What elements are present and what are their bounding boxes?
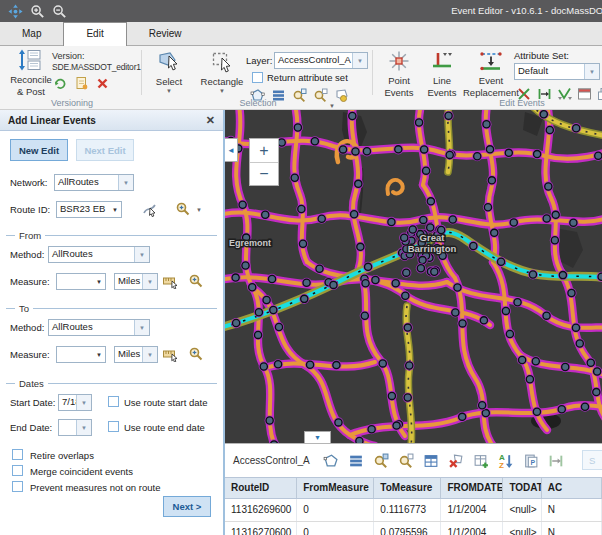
collapse-panel-button[interactable]: ◄ [225,138,238,162]
network-select[interactable]: AllRoutes ▼ [54,174,134,191]
map-zoom-out-button[interactable]: − [250,162,278,185]
column-header[interactable]: RouteID [225,478,297,498]
measure-range-icon[interactable] [548,453,564,469]
point-events-button[interactable]: Point Events [378,50,420,98]
chevron-down-icon: ▼ [352,53,367,68]
layer-select[interactable]: AccessControl_A ▼ [274,52,368,69]
from-method-label: Method: [10,249,44,260]
to-measure-input[interactable]: ▼ [56,346,106,363]
map-zoom-in-button[interactable]: + [250,139,278,162]
pan-to-selected-icon[interactable] [398,453,414,469]
map-place-label: Egremont [229,238,271,248]
prevent-measures-label: Prevent measures not on route [30,482,160,493]
zoom-to-selected-icon[interactable] [373,453,389,469]
attribute-set-select[interactable]: Default ▼ [514,63,600,80]
save-button[interactable]: S [582,450,602,470]
event-editor-app: Event Editor - v10.6.1 - docMassDOT Map … [0,0,602,535]
new-version-icon[interactable] [73,75,89,91]
zoom-out-icon[interactable] [50,2,68,20]
zoom-to-measure-icon[interactable] [188,346,204,362]
chevron-down-icon: ▼ [118,175,133,190]
tab-review[interactable]: Review [127,22,204,45]
chevron-down-icon[interactable]: ▼ [196,207,202,213]
zoom-to-measure-icon[interactable] [188,273,204,289]
attribute-report-icon[interactable]: P [523,453,539,469]
refresh-version-icon[interactable] [52,75,68,91]
table-grid-icon[interactable] [423,453,439,469]
sort-az-icon[interactable]: A Z [498,453,514,469]
versioning-tools [52,75,110,91]
column-header[interactable]: ToMeasure [374,478,441,498]
svg-text:P: P [530,458,535,465]
table-cell: 11316269600 [225,499,297,521]
line-events-button[interactable]: Line Events [423,50,461,98]
from-section-separator: From [6,229,217,241]
measure-on-map-icon[interactable] [162,273,178,289]
from-method-value: AllRoutes [49,247,134,262]
column-header[interactable]: FROMDATE [441,478,503,498]
stacked-windows-icon[interactable] [596,86,602,102]
pan-icon[interactable] [6,2,24,20]
new-edit-button[interactable]: New Edit [10,139,68,161]
select-features-icon[interactable] [323,453,339,469]
select-label: Select [156,76,182,87]
table-cell: N [542,522,602,535]
zoom-to-route-icon[interactable] [175,201,191,217]
version-value: SDE.MASSDOT_editor1 [52,62,141,73]
chevron-down-icon: ▼ [142,347,157,362]
table-row[interactable]: 1131626960000.11167731/1/2004<null>N [225,499,602,522]
rectangle-select-button[interactable]: Rectangle ▼ [196,49,248,94]
map-place-label: Great [420,232,446,243]
point-events-icon [388,50,410,74]
reconcile-label-2: & Post [17,86,45,97]
delete-version-icon[interactable] [94,75,110,91]
next-edit-button[interactable]: Next Edit [76,139,134,161]
end-date-input[interactable]: ▼ [58,419,92,436]
prevent-measures-checkbox[interactable] [12,481,23,492]
to-method-select[interactable]: AllRoutes ▼ [48,319,150,336]
layer-value: AccessControl_A [275,53,352,68]
column-header[interactable]: AC [542,478,602,498]
start-date-input[interactable]: 7/18/ ▼ [58,394,92,411]
use-route-start-checkbox[interactable] [108,396,119,407]
merge-coincident-checkbox[interactable] [12,465,23,476]
clear-selection-icon[interactable] [448,453,464,469]
chevron-down-icon: ▼ [93,347,105,362]
close-icon[interactable]: ✕ [206,115,215,126]
add-to-table-icon[interactable] [473,453,489,469]
column-header[interactable]: FromMeasure [297,478,374,498]
use-route-end-checkbox[interactable] [108,421,119,432]
tab-map[interactable]: Map [0,22,63,45]
table-cell: 11316270600 [225,522,297,535]
tab-edit[interactable]: Edit [63,22,126,46]
from-measure-input[interactable]: ▼ [56,273,106,290]
select-button[interactable]: Select ▼ [146,49,192,94]
from-method-select[interactable]: AllRoutes ▼ [48,246,150,263]
panel-title: Add Linear Events [8,115,96,126]
select-route-on-map-icon[interactable] [142,201,158,217]
group-separator [372,50,373,95]
route-id-select[interactable]: BSR23 EB ▼ [56,201,122,218]
chevron-down-icon: ▼ [219,88,225,94]
show-selected-records-icon[interactable] [348,453,364,469]
chevron-down-icon: ▼ [134,320,149,335]
line-events-icon [431,50,453,74]
table-row[interactable]: 1131627060000.07955961/1/2004<null>N [225,522,602,535]
to-measure-value [57,347,93,362]
map-viewport[interactable]: EgremontGreatBarrington ◄ + − ▼ [225,110,602,443]
from-measure-unit-select[interactable]: Miles ▼ [114,273,158,290]
to-measure-label: Measure: [10,349,50,360]
rectangle-label: Rectangle [201,76,244,87]
to-measure-unit-select[interactable]: Miles ▼ [114,346,158,363]
next-button[interactable]: Next > [163,496,211,517]
retire-overlaps-label: Retire overlaps [30,450,94,461]
return-attribute-checkbox[interactable] [252,72,263,83]
event-replacement-label-1: Event [479,75,503,86]
point-events-label-1: Point [388,75,410,86]
retire-overlaps-checkbox[interactable] [12,449,23,460]
column-header[interactable]: TODATE [503,478,541,498]
measure-on-map-icon[interactable] [162,346,178,362]
start-date-label: Start Date: [10,397,55,408]
zoom-in-icon[interactable] [28,2,46,20]
collapse-table-button[interactable]: ▼ [304,431,331,443]
